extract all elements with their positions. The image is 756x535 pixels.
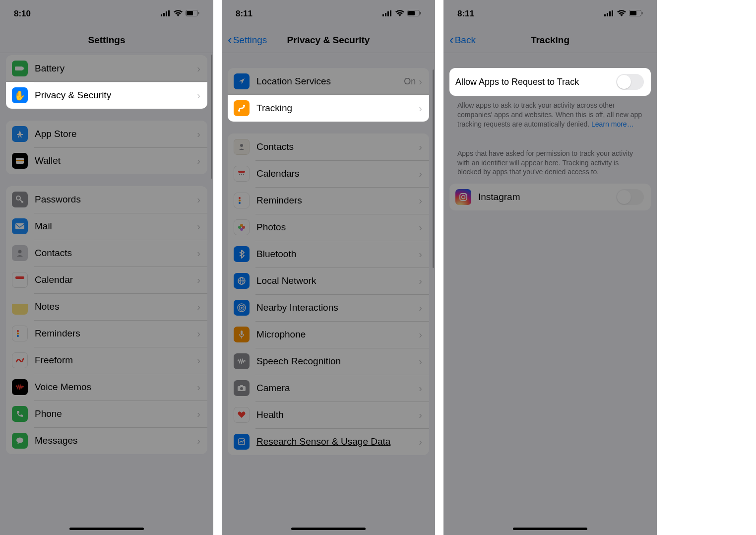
row-nearby-interactions[interactable]: Nearby Interactions › [228, 294, 429, 321]
chevron-right-icon: › [419, 103, 422, 114]
instagram-toggle[interactable] [616, 189, 644, 205]
row-reminders[interactable]: Reminders › [228, 187, 429, 214]
row-contacts[interactable]: Contacts › [6, 240, 207, 267]
svg-rect-23 [390, 10, 391, 16]
row-privacy-security[interactable]: ✋ Privacy & Security › [6, 82, 207, 109]
row-calendars[interactable]: Calendars › [228, 160, 429, 187]
row-calendar[interactable]: Calendar › [6, 267, 207, 293]
row-local-network[interactable]: Local Network › [228, 268, 429, 294]
home-indicator[interactable] [69, 528, 144, 530]
row-photos[interactable]: Photos › [228, 214, 429, 241]
allow-track-toggle[interactable] [616, 74, 644, 90]
svg-rect-54 [607, 13, 608, 16]
chevron-right-icon: › [419, 141, 422, 153]
row-label: Photos [256, 222, 419, 233]
speech-icon [234, 353, 250, 369]
row-appstore[interactable]: App Store › [6, 121, 207, 147]
home-indicator[interactable] [513, 528, 587, 530]
chevron-right-icon: › [197, 63, 200, 74]
row-notes[interactable]: Notes › [6, 293, 207, 320]
row-microphone[interactable]: Microphone › [228, 321, 429, 348]
cellular-icon [382, 9, 392, 19]
back-button[interactable]: ‹Settings [228, 34, 267, 46]
row-instagram[interactable]: Instagram [449, 184, 651, 210]
home-indicator[interactable] [291, 528, 366, 530]
chevron-right-icon: › [419, 436, 422, 448]
row-value: On [404, 76, 416, 87]
svg-rect-2 [166, 11, 167, 16]
row-phone[interactable]: Phone › [6, 401, 207, 427]
cellular-icon [604, 9, 614, 19]
instagram-icon [455, 189, 471, 205]
row-mail[interactable]: Mail › [6, 213, 207, 240]
chevron-right-icon: › [197, 408, 200, 420]
svg-point-28 [243, 105, 245, 107]
group-allow-tracking: Allow Apps to Request to Track [449, 68, 651, 96]
row-wallet[interactable]: Wallet › [6, 147, 207, 174]
svg-point-61 [462, 196, 465, 199]
learn-more-link[interactable]: Learn more… [591, 120, 634, 128]
group-apps: Passwords › Mail › Contacts › [6, 186, 207, 454]
row-health[interactable]: Health › [228, 401, 429, 428]
row-label: Passwords [35, 194, 197, 205]
svg-point-18 [17, 335, 19, 337]
wallet-icon [12, 153, 28, 169]
row-research[interactable]: Research Sensor & Usage Data › [228, 428, 429, 455]
row-speech-recognition[interactable]: Speech Recognition › [228, 348, 429, 375]
screenshot-privacy: 8:11 ‹Settings Privacy & Security Locati… [222, 0, 435, 535]
chevron-right-icon: › [197, 194, 200, 205]
microphone-icon [234, 327, 250, 342]
wifi-icon [395, 9, 404, 19]
separator [213, 0, 222, 535]
status-bar: 8:11 [443, 0, 657, 27]
svg-point-35 [239, 197, 241, 199]
chevron-right-icon: › [419, 409, 422, 421]
svg-rect-6 [198, 12, 199, 14]
row-messages[interactable]: Messages › [6, 427, 207, 454]
status-bar: 8:10 [0, 0, 213, 27]
content-scroll[interactable]: Allow Apps to Request to Track Allow app… [443, 53, 657, 210]
research-icon [234, 434, 250, 450]
row-passwords[interactable]: Passwords › [6, 186, 207, 213]
contacts-icon [12, 245, 28, 261]
row-battery[interactable]: Battery › [6, 55, 207, 82]
row-allow-apps-to-track[interactable]: Allow Apps to Request to Track [449, 68, 651, 96]
row-label: Microphone [256, 329, 419, 340]
row-reminders[interactable]: Reminders › [6, 320, 207, 347]
svg-rect-48 [241, 331, 243, 335]
back-button[interactable]: ‹Back [449, 34, 476, 46]
row-voicememos[interactable]: Voice Memos › [6, 374, 207, 401]
svg-rect-1 [163, 13, 165, 16]
chevron-right-icon: › [419, 383, 422, 394]
row-bluetooth[interactable]: Bluetooth › [228, 241, 429, 268]
svg-rect-20 [382, 14, 384, 16]
content-scroll[interactable]: Battery › ✋ Privacy & Security › App Sto… [0, 53, 213, 454]
page-title: Privacy & Security [287, 35, 370, 46]
bluetooth-icon [234, 246, 250, 262]
camera-icon [234, 380, 250, 396]
row-label: Freeform [35, 355, 197, 366]
row-contacts[interactable]: Contacts › [228, 134, 429, 160]
row-tracking[interactable]: Tracking › [228, 95, 429, 122]
row-camera[interactable]: Camera › [228, 375, 429, 401]
row-label: App Store [35, 129, 197, 139]
row-label: Health [256, 409, 419, 420]
content-scroll[interactable]: Location Services On › Tracking › Contac… [222, 53, 435, 455]
row-location-services[interactable]: Location Services On › [228, 68, 429, 95]
chevron-right-icon: › [419, 195, 422, 206]
row-label: Speech Recognition [256, 356, 419, 367]
chevron-right-icon: › [197, 382, 200, 393]
row-freeform[interactable]: Freeform › [6, 347, 207, 374]
svg-point-36 [239, 200, 241, 201]
calendar-icon [12, 272, 28, 288]
chevron-right-icon: › [419, 356, 422, 367]
chevron-right-icon: › [419, 168, 422, 180]
row-label: Allow Apps to Request to Track [455, 77, 616, 87]
svg-rect-59 [642, 12, 643, 14]
svg-point-27 [238, 110, 240, 112]
svg-point-13 [18, 250, 22, 254]
row-label: Contacts [256, 141, 419, 152]
chevron-right-icon: › [197, 129, 200, 140]
svg-point-51 [240, 387, 243, 390]
screenshot-settings: 8:10 Settings Battery › [0, 0, 213, 535]
